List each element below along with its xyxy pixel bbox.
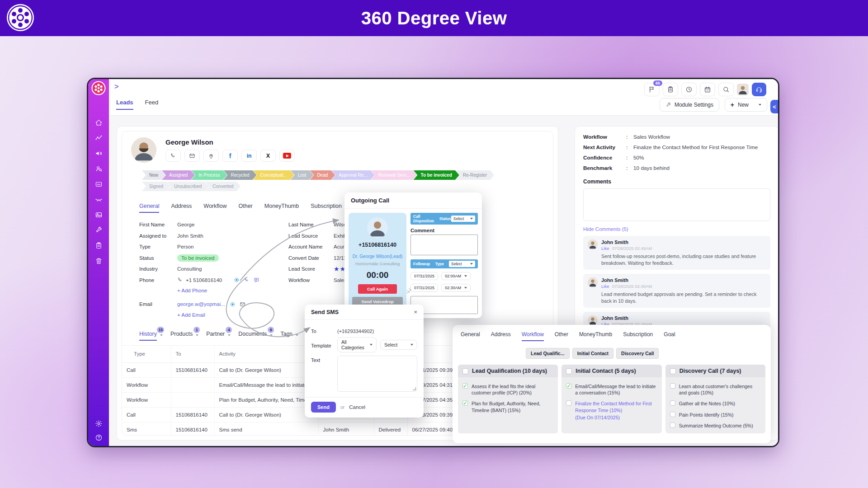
cell-activity[interactable]: Call to (Dr. George Wilson) — [214, 407, 318, 422]
hide-comments-link[interactable]: Hide Comments (5) — [583, 226, 770, 232]
pipeline-stage[interactable]: New — [142, 170, 165, 180]
pipeline-stage[interactable]: Approval Re... — [331, 170, 374, 180]
history-tab[interactable]: History 15 — [139, 331, 157, 341]
envelope-icon[interactable] — [240, 301, 245, 307]
sms-chat-icon[interactable] — [254, 277, 259, 283]
pushpin-icon[interactable] — [405, 287, 412, 294]
history-tab[interactable]: Products 1 — [170, 331, 193, 341]
detail-tab[interactable]: MoneyThumb — [579, 331, 612, 341]
task-checkbox[interactable]: ✓ — [462, 400, 468, 406]
pipeline-stage[interactable]: Recycled — [223, 170, 256, 180]
sidebar-item-partners[interactable] — [95, 196, 103, 203]
breadcrumb-chevron[interactable]: > — [114, 83, 118, 91]
task-checkbox[interactable]: ✓ — [462, 383, 468, 389]
task-checkbox[interactable]: ✓ — [566, 383, 571, 389]
sidebar-item-help[interactable] — [95, 434, 103, 441]
like-button[interactable]: Like — [601, 284, 609, 289]
sidebar-item-cards[interactable] — [95, 180, 103, 188]
detail-tab[interactable]: Subscription — [311, 203, 342, 213]
template-category-select[interactable]: All Categories — [337, 337, 377, 352]
history-tab[interactable]: Tags — [280, 331, 292, 341]
followup-end-date[interactable]: 07/31/2025 — [410, 284, 438, 292]
send-button[interactable]: Send — [311, 402, 336, 413]
cell-activity[interactable]: Email/Call/Message the lead to initiate … — [214, 377, 318, 392]
detail-tab[interactable]: Goal — [664, 331, 675, 341]
cell-activity[interactable]: Sms send — [214, 422, 318, 436]
task-checkbox[interactable] — [566, 400, 571, 406]
detail-tab[interactable]: Other — [239, 203, 253, 213]
stage-checkbox[interactable] — [566, 368, 572, 374]
sidebar-item-reports[interactable] — [95, 242, 103, 249]
comment-input[interactable] — [583, 188, 770, 221]
flags-button[interactable]: 65 — [644, 83, 660, 96]
cell-activity[interactable]: Plan for Budget, Authority, Need, Timeli… — [214, 392, 318, 407]
cell-type[interactable]: Workflow — [122, 377, 171, 392]
pipeline-stage[interactable]: Converted — [205, 182, 241, 191]
cell-type[interactable]: Workflow — [122, 392, 171, 407]
detail-tab[interactable]: General — [139, 203, 159, 213]
detail-tab[interactable]: MoneyThumb — [264, 203, 299, 213]
detail-tab[interactable]: Subscription — [623, 331, 653, 341]
sidebar-item-settings[interactable] — [95, 420, 103, 427]
stage-checkbox[interactable] — [670, 368, 676, 374]
search-button[interactable] — [718, 83, 734, 96]
detail-tab[interactable]: Workflow — [203, 203, 226, 213]
followup-start-date[interactable]: 07/31/2025 — [410, 272, 438, 280]
followup-end-time[interactable]: 02:30AM — [441, 284, 471, 292]
calendar-button[interactable]: 12 — [700, 83, 715, 96]
pipeline-stage[interactable]: Renewal Serv... — [371, 170, 417, 180]
sms-text-input[interactable] — [337, 356, 417, 392]
pipeline-stage[interactable]: Conceptual... — [253, 170, 294, 180]
stage-shortcut-button[interactable]: Discovery Call — [616, 348, 659, 359]
detail-tab[interactable]: Address — [491, 331, 511, 341]
pipeline-stage[interactable]: Unsubscribed — [167, 182, 209, 191]
task-checkbox[interactable] — [670, 412, 675, 417]
primary-radio-icon[interactable] — [230, 301, 236, 307]
template-select[interactable]: Select — [380, 340, 417, 350]
add-email-link[interactable]: + Add Email — [177, 310, 283, 320]
youtube-button[interactable] — [279, 150, 295, 162]
stage-shortcut-button[interactable]: Initial Contact — [572, 348, 613, 359]
email-value[interactable]: george.w@yopmai... — [177, 301, 225, 307]
email-button[interactable] — [184, 150, 200, 162]
detail-tab[interactable]: Workflow — [522, 331, 544, 341]
primary-radio-icon[interactable] — [234, 277, 240, 283]
nav-tab[interactable]: Feed — [145, 99, 159, 110]
support-headset-button[interactable] — [752, 83, 766, 96]
cell-type[interactable]: Sms — [122, 422, 171, 436]
call-button[interactable] — [165, 150, 181, 162]
history-tab[interactable]: Partner 4 — [206, 331, 225, 341]
x-twitter-button[interactable]: X — [260, 150, 276, 162]
sidebar-item-media[interactable] — [95, 211, 103, 219]
pipeline-stage[interactable]: Re-Register — [456, 170, 494, 180]
pipeline-stage[interactable]: Dead — [310, 170, 335, 180]
cancel-button[interactable]: Cancel — [349, 404, 365, 410]
sidebar-item-campaigns[interactable] — [95, 150, 103, 157]
stage-shortcut-button[interactable]: Lead Qualific... — [526, 348, 570, 359]
user-avatar[interactable] — [737, 84, 749, 95]
detail-tab[interactable]: Address — [171, 203, 192, 213]
cell-activity[interactable]: Call to (Dr. George Wilson) — [214, 362, 318, 377]
facebook-button[interactable]: f — [222, 150, 238, 162]
call-again-button[interactable]: Call Again — [358, 284, 397, 294]
status-select[interactable]: Select — [451, 216, 475, 222]
collapse-panel-button[interactable]: < — [770, 100, 778, 113]
sidebar-item-home[interactable] — [95, 119, 103, 127]
call-comment-textarea[interactable] — [410, 235, 478, 255]
call-icon[interactable] — [244, 277, 250, 283]
resize-handle[interactable] — [413, 387, 416, 390]
pipeline-stage[interactable]: Assigned — [162, 170, 195, 180]
new-record-button[interactable]: + New — [725, 98, 767, 112]
like-button[interactable]: Like — [601, 246, 609, 251]
add-phone-link[interactable]: + Add Phone — [177, 286, 283, 296]
cell-type[interactable]: Call — [122, 362, 171, 377]
cell-type[interactable]: Call — [122, 407, 171, 422]
sidebar-item-analytics[interactable] — [95, 134, 103, 142]
close-icon[interactable]: × — [414, 309, 417, 315]
nav-tab[interactable]: Leads — [116, 99, 133, 110]
linkedin-button[interactable]: in — [241, 150, 257, 162]
task-checkbox[interactable] — [670, 422, 675, 428]
history-tab[interactable]: Documents 6 — [238, 331, 267, 341]
pipeline-stage[interactable]: To be invoiced — [414, 170, 459, 180]
sidebar-logo-icon[interactable] — [91, 81, 106, 95]
